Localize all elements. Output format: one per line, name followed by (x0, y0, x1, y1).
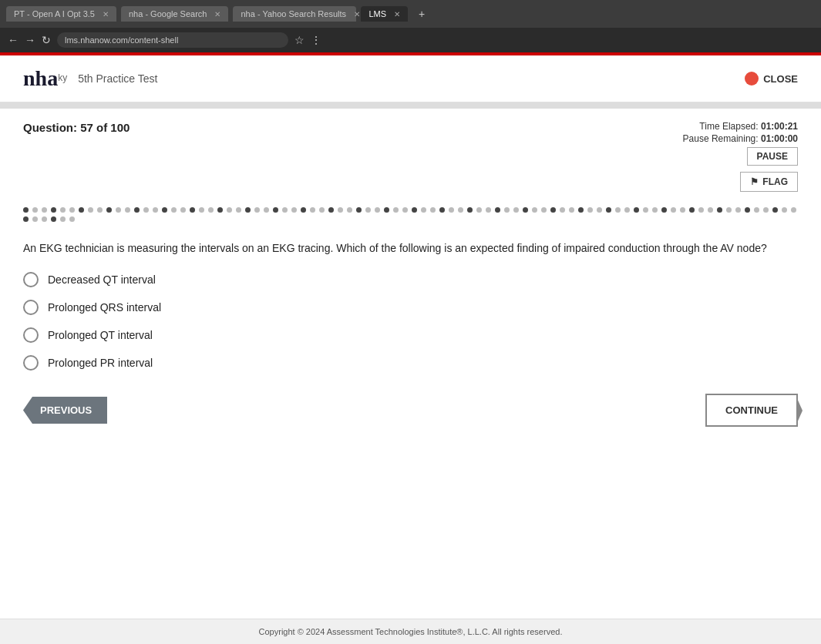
separator-dot (116, 207, 121, 213)
tab-close-icon[interactable]: ✕ (354, 10, 360, 18)
back-icon[interactable]: ← (8, 34, 19, 46)
separator-dot (245, 207, 251, 213)
pause-remaining: Pause Remaining: 01:00:00 (683, 133, 798, 144)
separator-dot (486, 207, 491, 213)
close-button[interactable]: CLOSE (745, 72, 798, 86)
separator-dot (439, 207, 445, 213)
question-text: An EKG technician is measuring the inter… (23, 240, 798, 257)
separator-dot (51, 207, 56, 213)
option-d[interactable]: Prolonged PR interval (23, 355, 798, 371)
tab-lms[interactable]: LMS ✕ (361, 6, 408, 22)
tab-pt-open[interactable]: PT - Open A I Opt 3.5 ✕ (6, 6, 116, 22)
separator-dot (60, 207, 66, 213)
tab-label: nha - Yahoo Search Results (241, 9, 346, 18)
separator-dot (199, 207, 204, 213)
separator-dot (42, 207, 47, 213)
close-label: CLOSE (763, 73, 798, 85)
separator-dot (208, 207, 214, 213)
separator-dot (402, 207, 408, 213)
option-b[interactable]: Prolonged QRS interval (23, 300, 798, 315)
separator-dot (449, 207, 454, 213)
separator-dot (523, 207, 528, 213)
separator-dot (32, 207, 38, 213)
separator-dot (698, 207, 704, 213)
practice-test-title: 5th Practice Test (78, 72, 157, 85)
separator-dot (319, 207, 325, 213)
separator-dot (79, 207, 84, 213)
copyright-text: Copyright © 2024 Assessment Technologies… (259, 627, 563, 636)
separator-dot (384, 207, 389, 213)
option-b-label: Prolonged QRS interval (48, 301, 161, 314)
tab-google[interactable]: nha - Google Search ✕ (121, 6, 229, 22)
pause-button[interactable]: PAUSE (747, 147, 798, 166)
separator-dot (51, 216, 56, 222)
timer-area: Time Elapsed: 01:00:21 Pause Remaining: … (683, 121, 798, 166)
tab-yahoo[interactable]: nha - Yahoo Search Results ✕ (233, 6, 356, 22)
separator-dot (273, 207, 278, 213)
separator-dot (689, 207, 695, 213)
separator-dot (254, 207, 260, 213)
flag-icon: ⚑ (750, 176, 759, 187)
separator-dot (745, 207, 750, 213)
address-bar[interactable]: lms.nhanow.com/content-shell (57, 32, 288, 48)
separator-dot (69, 216, 75, 222)
separator-dot (412, 207, 417, 213)
option-a[interactable]: Decreased QT interval (23, 272, 798, 287)
radio-a[interactable] (23, 272, 39, 287)
flag-button[interactable]: ⚑ FLAG (740, 172, 798, 192)
separator-dot (578, 207, 584, 213)
separator-dot (532, 207, 537, 213)
separator-dot (23, 216, 29, 222)
separator-dot (763, 207, 769, 213)
separator-dot (476, 207, 482, 213)
footer: Copyright © 2024 Assessment Technologies… (0, 619, 821, 644)
continue-button[interactable]: CONTINUE (705, 394, 798, 427)
separator-dot (772, 207, 778, 213)
radio-c[interactable] (23, 327, 39, 343)
question-label: Question: 57 of 100 (23, 121, 130, 134)
option-c[interactable]: Prolonged QT interval (23, 327, 798, 343)
tab-close-icon[interactable]: ✕ (214, 10, 220, 18)
question-header: Question: 57 of 100 Time Elapsed: 01:00:… (23, 121, 798, 192)
question-area: Question: 57 of 100 Time Elapsed: 01:00:… (0, 109, 821, 619)
remaining-value: 01:00:00 (761, 133, 798, 144)
separator-dot (328, 207, 334, 213)
logo-text: nha (23, 66, 58, 90)
main-content: nhaky 5th Practice Test CLOSE // Generat… (0, 55, 821, 644)
separator-dot (708, 207, 713, 213)
separator-dot (310, 207, 315, 213)
separator-dot (560, 207, 565, 213)
separator-dot (624, 207, 630, 213)
star-icon[interactable]: ☆ (294, 34, 305, 46)
menu-icon[interactable]: ⋮ (311, 34, 321, 46)
forward-icon[interactable]: → (25, 34, 35, 46)
remaining-label: Pause Remaining: (683, 133, 759, 144)
logo: nhaky (23, 66, 67, 91)
separator-dot (162, 207, 167, 213)
separator-dot (467, 207, 473, 213)
separator-dot (504, 207, 510, 213)
separator-dot (550, 207, 556, 213)
separator-dot (106, 207, 112, 213)
separator-dot (735, 207, 741, 213)
tab-close-icon[interactable]: ✕ (394, 10, 400, 18)
elapsed-value: 01:00:21 (761, 121, 798, 132)
separator-dot (430, 207, 436, 213)
radio-d[interactable] (23, 355, 39, 371)
logo-area: nhaky 5th Practice Test (23, 66, 157, 91)
separator-dot (375, 207, 380, 213)
separator-dot (652, 207, 658, 213)
radio-b[interactable] (23, 300, 39, 315)
new-tab-button[interactable]: + (412, 5, 431, 23)
tab-close-icon[interactable]: ✕ (103, 10, 109, 18)
previous-button[interactable]: PREVIOUS (23, 397, 107, 424)
logo-superscript: ky (58, 72, 67, 83)
refresh-icon[interactable]: ↻ (42, 34, 51, 46)
separator-dot (97, 207, 103, 213)
separator-dot (143, 207, 149, 213)
separator-dot (782, 207, 787, 213)
flag-label: FLAG (762, 176, 788, 187)
separator-dot (180, 207, 186, 213)
separator-dot (597, 207, 602, 213)
option-d-label: Prolonged PR interval (48, 357, 153, 369)
